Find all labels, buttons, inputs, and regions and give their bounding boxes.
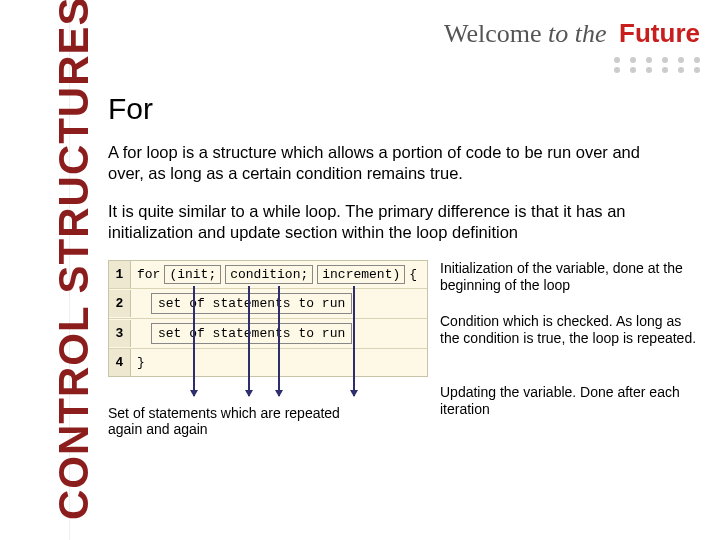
chip-increment: increment)	[317, 265, 405, 284]
notes-column: Initialization of the variable, done at …	[440, 260, 698, 437]
code-column: 1 for (init; condition; increment) { 2 s…	[108, 260, 428, 437]
header-welcome-word: Welcome	[444, 19, 542, 48]
chip-init: (init;	[164, 265, 221, 284]
code-block: 1 for (init; condition; increment) { 2 s…	[108, 260, 428, 377]
decorative-dots	[444, 57, 700, 73]
sidebar-section-label: CONTROL STRUCTURES	[50, 0, 98, 520]
statement-box: set of statements to run	[151, 323, 352, 344]
chip-condition: condition;	[225, 265, 313, 284]
brace-close: }	[137, 355, 145, 370]
sidebar: CONTROL STRUCTURES	[0, 0, 88, 540]
code-line-2: 2 set of statements to run	[109, 289, 427, 319]
line-number: 4	[109, 349, 131, 376]
header-tagline: Welcome to the Future	[444, 18, 700, 49]
content: For A for loop is a structure which allo…	[108, 92, 698, 437]
header-to-the: to the	[542, 19, 614, 48]
statement-box: set of statements to run	[151, 293, 352, 314]
keyword-for: for	[137, 267, 160, 282]
header: Welcome to the Future	[444, 18, 700, 73]
note-update: Updating the variable. Done after each i…	[440, 384, 698, 419]
main-row: 1 for (init; condition; increment) { 2 s…	[108, 260, 698, 437]
line-number: 3	[109, 320, 131, 347]
brace-open: {	[409, 267, 417, 282]
slide-title: For	[108, 92, 698, 126]
arrow-icon	[248, 286, 250, 396]
header-future-word: Future	[619, 18, 700, 48]
line-number: 2	[109, 290, 131, 317]
code-line-4: 4 }	[109, 349, 427, 376]
note-init: Initialization of the variable, done at …	[440, 260, 698, 295]
code-line-3: 3 set of statements to run	[109, 319, 427, 349]
code-line-1: 1 for (init; condition; increment) {	[109, 261, 427, 289]
note-condition: Condition which is checked. As long as t…	[440, 313, 698, 348]
arrow-icon	[193, 286, 195, 396]
arrow-icon	[278, 286, 280, 396]
paragraph-2: It is quite similar to a while loop. The…	[108, 201, 668, 244]
caption-statements: Set of statements which are repeated aga…	[108, 405, 348, 437]
paragraph-1: A for loop is a structure which allows a…	[108, 142, 668, 185]
line-number: 1	[109, 261, 131, 288]
arrow-icon	[353, 286, 355, 396]
